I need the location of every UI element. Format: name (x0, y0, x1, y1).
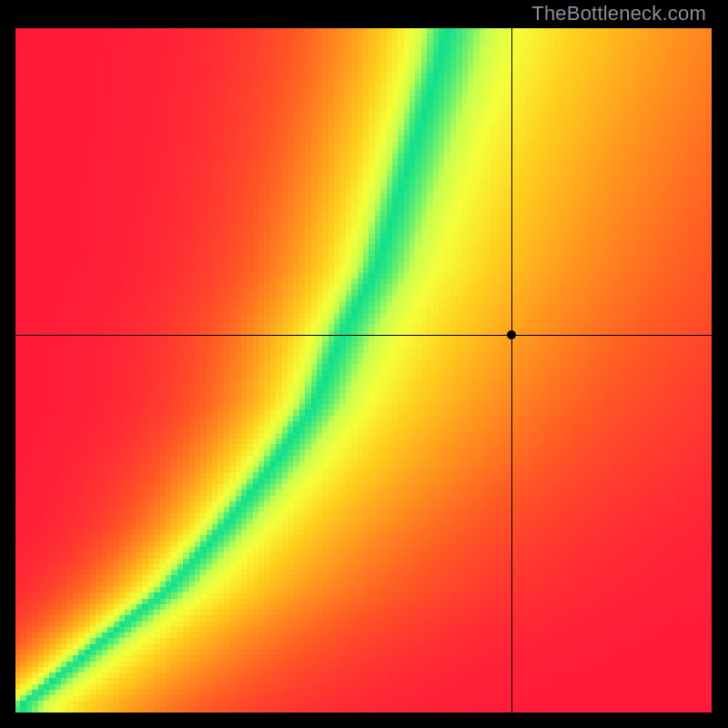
crosshair-horizontal (15, 335, 712, 336)
crosshair-vertical (511, 27, 512, 713)
heatmap-canvas (15, 27, 712, 713)
chart-container: TheBottleneck.com (0, 0, 728, 728)
heatmap-plot (15, 27, 712, 713)
reference-marker (507, 330, 516, 339)
watermark-text: TheBottleneck.com (531, 2, 706, 25)
